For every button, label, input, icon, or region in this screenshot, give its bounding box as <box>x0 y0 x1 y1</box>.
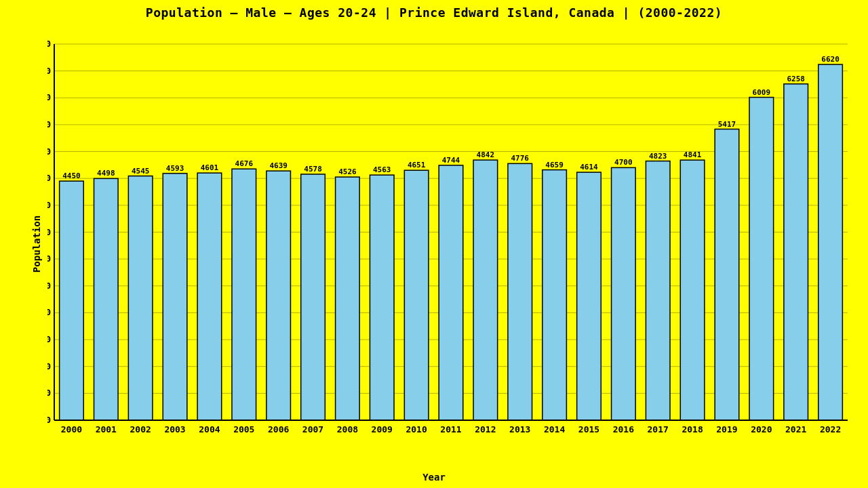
svg-text:4639: 4639 <box>269 161 288 170</box>
svg-rect-90 <box>749 98 774 420</box>
svg-text:3000: 3000 <box>47 253 51 264</box>
svg-rect-96 <box>818 64 843 420</box>
svg-rect-81 <box>646 161 670 420</box>
svg-rect-30 <box>60 181 84 420</box>
svg-text:2000: 2000 <box>47 307 51 317</box>
svg-text:4659: 4659 <box>545 161 564 169</box>
svg-text:5500: 5500 <box>47 119 51 129</box>
svg-text:6620: 6620 <box>821 55 840 64</box>
svg-text:3500: 3500 <box>47 227 51 237</box>
svg-text:4450: 4450 <box>62 171 81 180</box>
svg-text:4823: 4823 <box>649 152 667 161</box>
svg-text:2015: 2015 <box>578 424 599 434</box>
svg-text:4601: 4601 <box>201 163 219 172</box>
svg-text:2007: 2007 <box>302 424 323 434</box>
svg-text:4498: 4498 <box>97 169 115 178</box>
svg-rect-33 <box>94 178 119 420</box>
svg-text:6500: 6500 <box>47 66 51 76</box>
svg-text:2001: 2001 <box>96 424 117 434</box>
svg-text:4651: 4651 <box>408 161 426 169</box>
svg-rect-63 <box>439 165 463 420</box>
svg-text:4776: 4776 <box>511 154 529 163</box>
svg-text:4500: 4500 <box>47 173 51 183</box>
svg-text:4593: 4593 <box>166 164 184 173</box>
svg-text:4744: 4744 <box>442 156 460 165</box>
svg-text:4614: 4614 <box>580 163 598 171</box>
svg-rect-72 <box>542 170 567 420</box>
svg-text:5417: 5417 <box>718 120 736 129</box>
svg-text:2008: 2008 <box>337 424 358 434</box>
svg-text:500: 500 <box>47 388 51 398</box>
svg-text:2013: 2013 <box>509 424 530 434</box>
svg-text:2004: 2004 <box>199 424 220 434</box>
svg-rect-42 <box>197 173 222 420</box>
svg-text:2021: 2021 <box>785 424 806 434</box>
svg-text:2012: 2012 <box>475 424 496 434</box>
svg-text:1500: 1500 <box>47 334 51 344</box>
svg-text:2020: 2020 <box>751 424 772 434</box>
svg-text:4842: 4842 <box>477 150 495 159</box>
svg-text:4841: 4841 <box>684 150 702 159</box>
svg-text:2022: 2022 <box>820 424 841 434</box>
svg-rect-57 <box>370 175 394 420</box>
svg-text:4000: 4000 <box>47 200 51 210</box>
svg-text:2011: 2011 <box>440 424 461 434</box>
svg-text:2017: 2017 <box>648 424 669 434</box>
chart-area: 0500100015002000250030003500400045005000… <box>47 24 854 441</box>
svg-rect-84 <box>680 160 705 420</box>
svg-rect-78 <box>612 167 636 420</box>
svg-rect-93 <box>784 84 808 420</box>
svg-rect-87 <box>715 129 739 420</box>
svg-text:4545: 4545 <box>132 167 150 176</box>
chart-container: Population — Male — Ages 20-24 | Prince … <box>0 0 868 488</box>
svg-text:2003: 2003 <box>164 424 185 434</box>
svg-text:6009: 6009 <box>753 88 771 97</box>
svg-rect-48 <box>267 171 291 420</box>
svg-rect-39 <box>163 174 187 420</box>
svg-text:1000: 1000 <box>47 361 51 371</box>
svg-text:6000: 6000 <box>47 92 51 102</box>
svg-text:4578: 4578 <box>304 165 322 174</box>
svg-rect-51 <box>301 174 326 420</box>
svg-text:5000: 5000 <box>47 146 51 157</box>
svg-rect-54 <box>336 177 360 420</box>
svg-text:2000: 2000 <box>61 424 82 434</box>
svg-rect-66 <box>473 160 498 420</box>
svg-text:2005: 2005 <box>233 424 254 434</box>
svg-rect-45 <box>232 169 256 420</box>
svg-text:4676: 4676 <box>235 159 254 168</box>
svg-rect-75 <box>577 172 601 420</box>
x-axis-label: Year <box>422 472 446 483</box>
svg-text:4700: 4700 <box>614 158 633 167</box>
svg-text:2010: 2010 <box>406 424 427 434</box>
svg-rect-69 <box>508 163 532 420</box>
chart-title: Population — Male — Ages 20-24 | Prince … <box>0 0 868 20</box>
svg-text:2002: 2002 <box>130 424 151 434</box>
svg-text:2009: 2009 <box>372 424 393 434</box>
svg-rect-36 <box>128 176 153 420</box>
svg-text:2014: 2014 <box>544 424 565 434</box>
svg-text:2006: 2006 <box>268 424 289 434</box>
svg-text:7000: 7000 <box>47 39 51 49</box>
svg-text:0: 0 <box>47 415 51 425</box>
svg-rect-60 <box>404 170 429 420</box>
svg-text:4563: 4563 <box>373 165 391 174</box>
chart-svg: 0500100015002000250030003500400045005000… <box>47 24 854 441</box>
svg-text:2019: 2019 <box>716 424 737 434</box>
svg-text:6258: 6258 <box>787 75 805 83</box>
svg-text:2016: 2016 <box>613 424 634 434</box>
y-axis-label: Population <box>31 216 42 272</box>
svg-text:2018: 2018 <box>682 424 703 434</box>
svg-text:4526: 4526 <box>338 167 357 176</box>
svg-text:2500: 2500 <box>47 281 51 291</box>
